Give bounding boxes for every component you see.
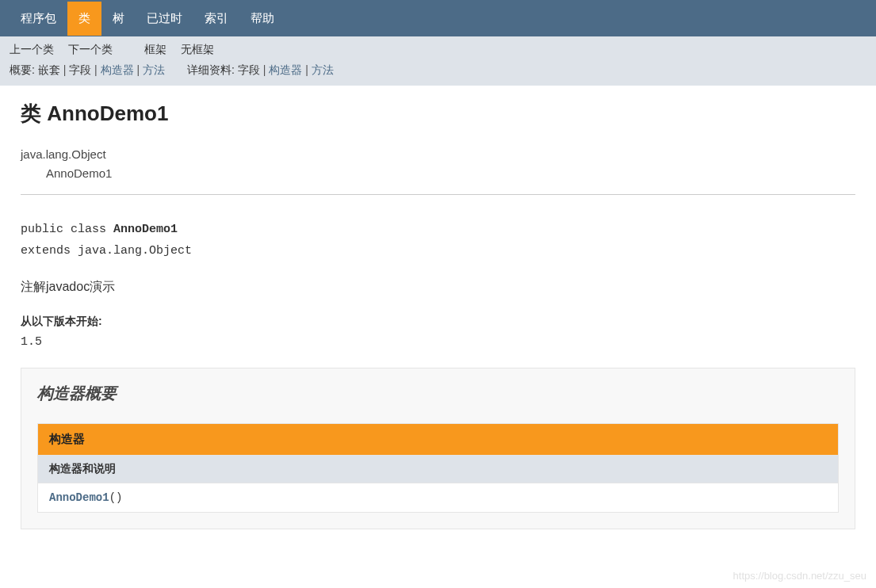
no-frames-link[interactable]: 无框架: [181, 43, 214, 57]
constructor-summary-heading: 构造器概要: [37, 383, 839, 404]
next-class-link[interactable]: 下一个类: [68, 43, 113, 57]
since-value: 1.5: [21, 335, 855, 349]
detail-field: 字段: [238, 63, 260, 76]
nav-tree[interactable]: 树: [101, 2, 136, 36]
sub-nav: 上一个类 下一个类 框架 无框架: [0, 36, 876, 63]
nav-help[interactable]: 帮助: [239, 2, 285, 36]
summary-method-link[interactable]: 方法: [143, 63, 165, 76]
nav-deprecated[interactable]: 已过时: [136, 2, 193, 36]
constructor-col-header: 构造器和说明: [38, 456, 839, 483]
inheritance-tree: java.lang.Object AnnoDemo1: [21, 145, 855, 183]
divider: [21, 194, 855, 195]
frames-link[interactable]: 框架: [144, 43, 166, 57]
prev-class-link[interactable]: 上一个类: [10, 43, 54, 57]
summary-constructor-link[interactable]: 构造器: [101, 63, 134, 76]
nav-package[interactable]: 程序包: [10, 2, 67, 36]
class-description: 注解javadoc演示: [21, 279, 855, 296]
constructor-table-caption: 构造器: [38, 424, 839, 456]
constructor-summary-section: 构造器概要 构造器 构造器和说明 AnnoDemo1(): [21, 368, 855, 529]
detail-method-link[interactable]: 方法: [312, 63, 334, 76]
top-nav: 程序包 类 树 已过时 索引 帮助: [0, 0, 876, 36]
page-title: 类 AnnoDemo1: [21, 100, 855, 128]
inheritance-parent: java.lang.Object: [21, 145, 855, 164]
since-label: 从以下版本开始:: [21, 315, 855, 329]
summary-group: 概要: 嵌套 | 字段 | 构造器 | 方法: [10, 63, 165, 78]
detail-label: 详细资料:: [187, 63, 235, 76]
constructor-table: 构造器 构造器和说明 AnnoDemo1(): [37, 423, 839, 513]
summary-field: 字段: [69, 63, 91, 76]
summary-bar: 概要: 嵌套 | 字段 | 构造器 | 方法 详细资料: 字段 | 构造器 | …: [0, 63, 876, 86]
detail-constructor-link[interactable]: 构造器: [269, 63, 302, 76]
nav-class[interactable]: 类: [67, 2, 101, 36]
constructor-entry: AnnoDemo1(): [38, 483, 839, 513]
content-area: 类 AnnoDemo1 java.lang.Object AnnoDemo1 p…: [0, 86, 876, 544]
summary-label: 概要:: [10, 63, 35, 76]
summary-nested: 嵌套: [38, 63, 60, 76]
constructor-link[interactable]: AnnoDemo1: [49, 491, 109, 504]
nav-index[interactable]: 索引: [193, 2, 239, 36]
class-declaration: public class AnnoDemo1 extends java.lang…: [21, 219, 855, 262]
detail-group: 详细资料: 字段 | 构造器 | 方法: [187, 63, 334, 78]
inheritance-child: AnnoDemo1: [46, 164, 855, 183]
